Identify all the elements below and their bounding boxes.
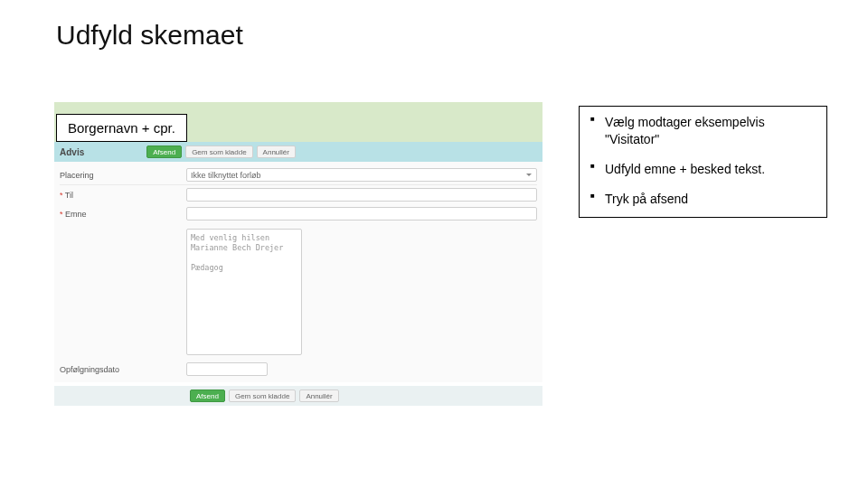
placering-value: Ikke tilknyttet forløb: [191, 171, 261, 180]
placering-select[interactable]: Ikke tilknyttet forløb: [186, 168, 537, 182]
row-til: Til: [54, 185, 542, 204]
label-til: Til: [60, 191, 186, 200]
til-input[interactable]: [186, 188, 537, 202]
send-button-bottom[interactable]: Afsend: [190, 389, 225, 402]
instruction-item: Vælg modtager eksempelvis "Visitator": [589, 114, 817, 148]
cancel-button-bottom[interactable]: Annullér: [299, 389, 338, 402]
callout-borgernavn: Borgernavn + cpr.: [56, 114, 187, 142]
emne-input[interactable]: [186, 207, 537, 221]
instruction-item: Tryk på afsend: [589, 191, 817, 208]
label-opfolg: Opfølgningsdato: [60, 365, 186, 374]
label-emne: Emne: [60, 210, 186, 219]
save-draft-button-bottom[interactable]: Gem som kladde: [229, 389, 296, 402]
opfolg-date-input[interactable]: [186, 362, 268, 376]
form-area: Placering Ikke tilknyttet forløb Til Emn…: [54, 162, 542, 382]
app-header-bar: Advis Afsend Gem som kladde Annullér: [54, 142, 542, 162]
app-footer-bar: Afsend Gem som kladde Annullér: [54, 386, 542, 406]
advis-label: Advis: [60, 147, 84, 157]
save-draft-button-top[interactable]: Gem som kladde: [185, 145, 252, 158]
row-body: [54, 223, 542, 360]
label-placering: Placering: [60, 171, 186, 180]
slide-title: Udfyld skemaet: [56, 20, 243, 51]
cancel-button-top[interactable]: Annullér: [257, 145, 296, 158]
row-emne: Emne: [54, 204, 542, 223]
callout-instructions: Vælg modtager eksempelvis "Visitator" Ud…: [579, 106, 827, 218]
row-opfolg: Opfølgningsdato: [54, 360, 542, 379]
app-screenshot: Advis Afsend Gem som kladde Annullér Pla…: [54, 102, 542, 406]
instruction-item: Udfyld emne + besked tekst.: [589, 161, 817, 178]
row-placering: Placering Ikke tilknyttet forløb: [54, 165, 542, 184]
message-textarea[interactable]: [186, 229, 302, 355]
send-button-top[interactable]: Afsend: [146, 145, 182, 158]
